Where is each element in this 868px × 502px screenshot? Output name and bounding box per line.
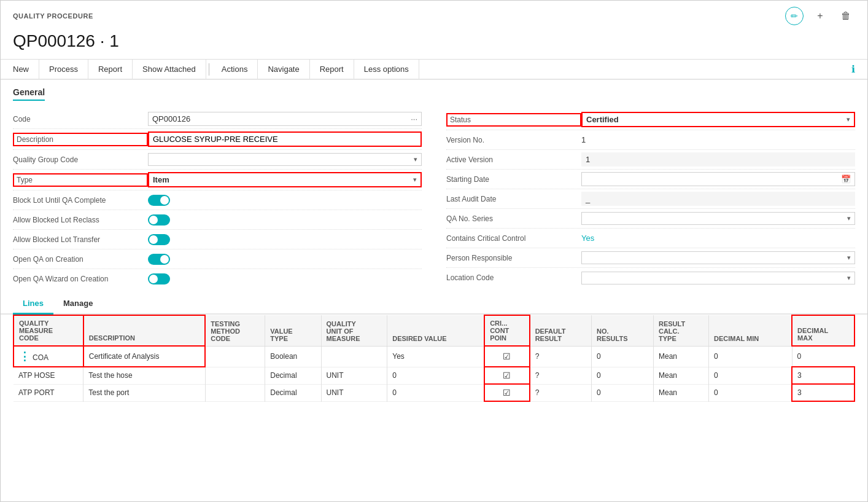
critical-control-value: Yes bbox=[581, 233, 594, 243]
qa-series-select[interactable]: ▾ bbox=[581, 212, 855, 225]
type-value: Item bbox=[153, 175, 413, 184]
code-dots-btn[interactable]: ··· bbox=[411, 114, 417, 124]
description-input[interactable] bbox=[148, 131, 422, 147]
nav-report1[interactable]: Report bbox=[88, 60, 133, 79]
type-label: Type bbox=[13, 173, 148, 187]
table-row: ATP HOSE Test the hose Decimal UNIT 0 ☑ … bbox=[14, 367, 854, 384]
allow-reclass-toggle[interactable] bbox=[148, 214, 170, 226]
person-responsible-select[interactable]: ▾ bbox=[581, 251, 855, 264]
allow-transfer-toggle[interactable] bbox=[148, 234, 170, 245]
col-decimal-max: DECIMALMAX bbox=[792, 315, 854, 346]
cell-decimal-max: 0 bbox=[792, 346, 854, 367]
chevron-down-icon: ▾ bbox=[847, 254, 851, 262]
lines-table: QUALITYMEASURECODE DESCRIPTION TESTINGME… bbox=[13, 315, 855, 402]
chevron-down-icon: ▾ bbox=[847, 214, 851, 222]
description-label: Description bbox=[13, 133, 148, 146]
nav-actions[interactable]: Actions bbox=[212, 60, 258, 79]
active-version-label: Active Version bbox=[446, 155, 581, 164]
allow-transfer-label: Allow Blocked Lot Transfer bbox=[13, 235, 148, 244]
cell-description: Certificate of Analysis bbox=[83, 346, 205, 367]
general-section: General Code QP000126 ··· Description bbox=[1, 80, 867, 294]
chevron-down-icon: ▾ bbox=[847, 274, 851, 282]
version-no-value: 1 bbox=[581, 135, 855, 144]
quality-group-row: Quality Group Code ▾ bbox=[13, 150, 422, 170]
chevron-down-icon: ▾ bbox=[847, 116, 850, 124]
col-quality-uom: QUALITYUNIT OFMEASURE bbox=[321, 315, 387, 346]
cell-default-result: ? bbox=[530, 346, 592, 367]
code-row: Code QP000126 ··· bbox=[13, 109, 422, 129]
calendar-icon: 📅 bbox=[841, 175, 851, 184]
cell-result-calc-type: Mean bbox=[653, 367, 708, 384]
starting-date-input[interactable]: 📅 bbox=[581, 172, 855, 186]
cell-no-results: 0 bbox=[591, 346, 653, 367]
active-version-value: 1 bbox=[581, 152, 855, 167]
col-no-results: NO.RESULTS bbox=[591, 315, 653, 346]
block-lot-toggle[interactable] bbox=[148, 195, 170, 206]
delete-button[interactable]: 🗑 bbox=[837, 7, 855, 25]
cell-decimal-min: 0 bbox=[709, 384, 792, 401]
location-code-select[interactable]: ▾ bbox=[581, 272, 855, 284]
context-menu-btn[interactable]: ⋮ bbox=[19, 350, 30, 363]
cell-testing-method bbox=[205, 367, 265, 384]
nav-navigate[interactable]: Navigate bbox=[258, 60, 309, 79]
status-select[interactable]: Certified ▾ bbox=[581, 112, 855, 127]
cell-decimal-min: 0 bbox=[709, 346, 792, 367]
tab-lines[interactable]: Lines bbox=[13, 294, 53, 315]
code-label: Code bbox=[13, 115, 148, 124]
cell-testing-method bbox=[205, 384, 265, 401]
starting-date-row: Starting Date 📅 bbox=[446, 170, 855, 189]
version-no-label: Version No. bbox=[446, 136, 581, 144]
col-default-result: DEFAULTRESULT bbox=[530, 315, 592, 346]
cell-desired-value: 0 bbox=[387, 384, 484, 401]
cell-decimal-max: 3 bbox=[792, 367, 854, 384]
edit-button[interactable]: ✏ bbox=[785, 7, 804, 25]
lines-table-container: QUALITYMEASURECODE DESCRIPTION TESTINGME… bbox=[1, 315, 867, 402]
nav-show-attached[interactable]: Show Attached bbox=[133, 60, 206, 79]
info-icon[interactable]: ℹ bbox=[851, 63, 855, 75]
location-code-row: Location Code ▾ bbox=[446, 268, 855, 288]
person-responsible-row: Person Responsible ▾ bbox=[446, 248, 855, 268]
cell-critical-control[interactable]: ☑ bbox=[484, 346, 530, 367]
cell-decimal-min: 0 bbox=[709, 367, 792, 384]
cell-code: ⋮COA bbox=[14, 346, 83, 367]
cell-value-type: Boolean bbox=[265, 346, 321, 367]
cell-result-calc-type: Mean bbox=[653, 346, 708, 367]
col-desired-value: DESIRED VALUE bbox=[387, 315, 484, 346]
cell-critical-control[interactable]: ☑ bbox=[484, 384, 530, 401]
nav-process[interactable]: Process bbox=[39, 60, 88, 79]
chevron-down-icon: ▾ bbox=[413, 176, 417, 184]
open-qa-toggle[interactable] bbox=[148, 254, 170, 265]
add-button[interactable]: + bbox=[811, 7, 829, 25]
location-code-label: Location Code bbox=[446, 273, 581, 282]
allow-reclass-label: Allow Blocked Lot Reclass bbox=[13, 216, 148, 224]
cell-quality-uom bbox=[321, 346, 387, 367]
open-qa-wizard-toggle[interactable] bbox=[148, 273, 170, 284]
chevron-down-icon: ▾ bbox=[414, 155, 417, 163]
cell-value-type: Decimal bbox=[265, 384, 321, 401]
status-value: Certified bbox=[586, 115, 619, 124]
open-qa-wizard-row: Open QA Wizard on Creation bbox=[13, 269, 422, 289]
qa-series-row: QA No. Series ▾ bbox=[446, 209, 855, 229]
header-actions: ✏ + 🗑 bbox=[785, 7, 855, 25]
quality-group-label: Quality Group Code bbox=[13, 155, 148, 164]
quality-group-select[interactable]: ▾ bbox=[148, 153, 422, 166]
cell-default-result: ? bbox=[530, 367, 592, 384]
last-audit-row: Last Audit Date _ bbox=[446, 189, 855, 209]
cell-no-results: 0 bbox=[591, 384, 653, 401]
tab-manage[interactable]: Manage bbox=[53, 294, 103, 315]
col-decimal-min: DECIMAL MIN bbox=[709, 315, 792, 346]
open-qa-wizard-label: Open QA Wizard on Creation bbox=[13, 275, 148, 283]
type-select[interactable]: Item ▾ bbox=[148, 172, 422, 187]
active-version-row: Active Version 1 bbox=[446, 150, 855, 170]
person-responsible-label: Person Responsible bbox=[446, 254, 581, 262]
nav-less-options[interactable]: Less options bbox=[354, 60, 419, 79]
status-label: Status bbox=[446, 113, 581, 127]
nav-report2[interactable]: Report bbox=[310, 60, 354, 79]
col-quality-measure-code: QUALITYMEASURECODE bbox=[14, 315, 83, 346]
nav-new[interactable]: New bbox=[13, 60, 39, 79]
code-input[interactable]: QP000126 ··· bbox=[148, 112, 422, 126]
description-field[interactable] bbox=[153, 135, 417, 144]
cell-critical-control[interactable]: ☑ bbox=[484, 367, 530, 384]
cell-decimal-max: 3 bbox=[792, 384, 854, 401]
general-right-col: Status Certified ▾ Version No. 1 Active … bbox=[446, 109, 855, 289]
